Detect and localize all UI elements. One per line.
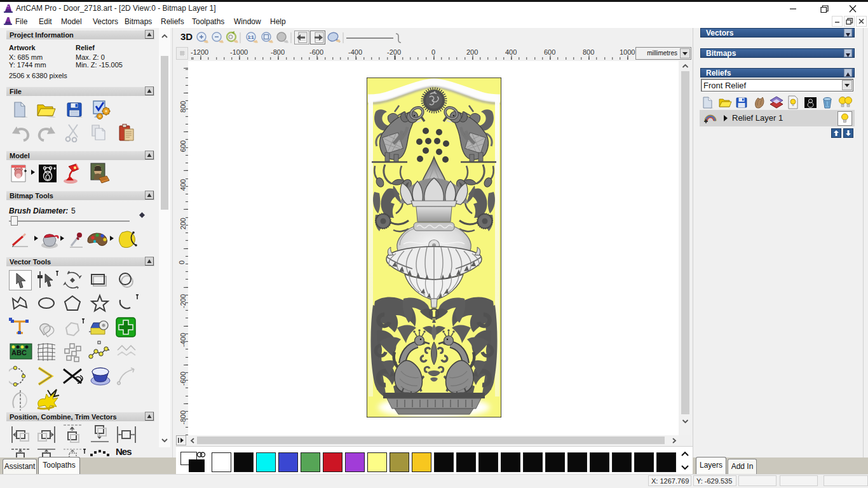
svg-text:ABC: ABC xyxy=(11,349,27,356)
svg-text:1:1: 1:1 xyxy=(248,35,254,39)
